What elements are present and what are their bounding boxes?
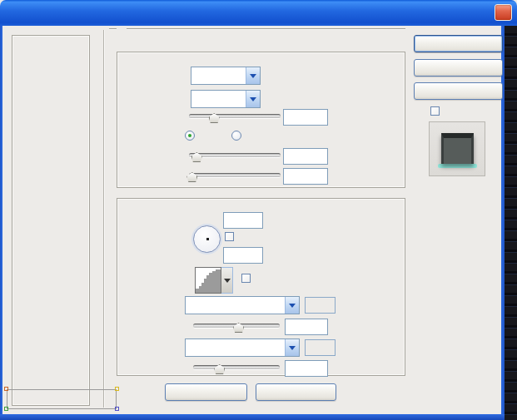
reset-button[interactable] <box>414 59 503 77</box>
set-default-button[interactable] <box>165 383 247 401</box>
contour-dropdown-arrow[interactable] <box>221 267 233 294</box>
size-input[interactable] <box>283 148 328 165</box>
altitude-input[interactable] <box>223 247 263 264</box>
handle-icon <box>115 387 119 391</box>
shadow-opacity-input[interactable] <box>285 360 328 377</box>
preview-glow <box>438 164 477 168</box>
window-border-left <box>0 26 2 420</box>
chevron-down-icon[interactable] <box>285 339 299 356</box>
preview-checkbox[interactable] <box>430 106 443 116</box>
soften-slider[interactable] <box>189 170 281 182</box>
style-preview-thumbnail <box>429 121 485 176</box>
chevron-down-icon[interactable] <box>285 297 299 314</box>
soften-input[interactable] <box>283 168 328 185</box>
checkbox-icon <box>225 232 234 241</box>
bevel-emboss-header <box>109 28 405 29</box>
watermark-frame <box>7 389 117 409</box>
shadow-opacity-slider[interactable] <box>193 363 280 374</box>
handle-icon <box>115 407 119 411</box>
chevron-down-icon[interactable] <box>246 67 260 84</box>
handle-icon <box>4 407 8 411</box>
window-border-bottom <box>0 414 505 420</box>
preview-swatch <box>441 133 474 164</box>
background-canvas-strip <box>505 26 517 420</box>
depth-slider[interactable] <box>189 111 281 123</box>
highlight-opacity-input[interactable] <box>285 319 328 335</box>
handle-icon <box>4 387 8 391</box>
checkbox-checked-icon <box>430 106 440 116</box>
style-select[interactable] <box>191 67 261 85</box>
highlight-mode-select[interactable] <box>185 296 300 314</box>
antialias-checkbox[interactable] <box>241 273 254 283</box>
ok-button[interactable] <box>414 35 503 52</box>
size-slider[interactable] <box>189 151 281 162</box>
chevron-down-icon[interactable] <box>246 91 260 107</box>
titlebar[interactable] <box>0 0 517 26</box>
shadow-mode-select[interactable] <box>185 338 300 357</box>
close-icon[interactable] <box>495 4 512 21</box>
radio-selected-icon <box>185 131 195 141</box>
direction-down-radio[interactable] <box>231 131 245 141</box>
depth-input[interactable] <box>283 109 328 126</box>
global-light-checkbox[interactable] <box>225 231 237 241</box>
angle-input[interactable] <box>223 212 263 229</box>
new-style-button[interactable] <box>414 82 503 100</box>
reset-default-button[interactable] <box>256 383 336 401</box>
highlight-opacity-slider[interactable] <box>193 321 280 333</box>
contour-curve-icon <box>196 268 221 293</box>
technique-select[interactable] <box>191 90 261 108</box>
checkbox-icon <box>241 274 251 283</box>
styles-list-panel <box>12 35 90 406</box>
shadow-color-swatch[interactable] <box>305 339 336 356</box>
radio-icon <box>231 131 241 141</box>
highlight-color-swatch[interactable] <box>305 297 336 314</box>
angle-dial[interactable] <box>193 225 221 253</box>
gloss-contour-thumbnail[interactable] <box>195 267 221 294</box>
layer-style-dialog <box>0 0 517 420</box>
angle-dial-center-dot <box>206 238 209 240</box>
direction-up-radio[interactable] <box>185 131 198 141</box>
panel-divider <box>103 30 104 408</box>
